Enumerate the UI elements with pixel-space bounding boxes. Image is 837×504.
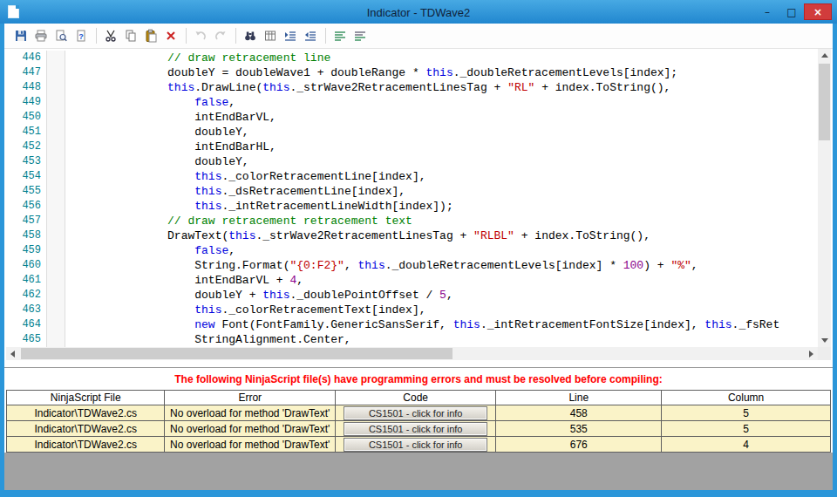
code-line[interactable]: 465 StringAlignment.Center, <box>6 332 818 347</box>
code-line[interactable]: 462 doubleY + this._doublePointOffset / … <box>6 288 818 303</box>
scroll-left-icon <box>10 351 15 358</box>
code-line[interactable]: 454 this._colorRetracementLine[index], <box>6 169 818 184</box>
error-code-cell: CS1501 - click for info <box>336 437 496 453</box>
code-text: this.DrawLine(this._strWave2RetracementL… <box>65 80 670 95</box>
editor-margin <box>46 303 65 317</box>
comment-icon[interactable] <box>330 26 350 45</box>
editor-margin <box>46 80 65 95</box>
title-bar[interactable]: Indicator - TDWave2 – □ × <box>0 0 837 24</box>
code-line[interactable]: 447 doubleY = doubleWave1 + doubleRange … <box>6 65 818 80</box>
copy-icon[interactable] <box>121 26 140 45</box>
minimize-button[interactable]: – <box>755 3 779 20</box>
scroll-up-button[interactable] <box>818 49 831 62</box>
code-line[interactable]: 448 this.DrawLine(this._strWave2Retracem… <box>6 80 818 95</box>
horizontal-scroll-thumb[interactable] <box>21 348 453 359</box>
error-line-cell: 535 <box>496 421 662 437</box>
error-col-header: Code <box>336 391 496 405</box>
code-line[interactable]: 455 this._dsRetracementLine[index], <box>6 184 818 199</box>
code-text: intEndBarHL, <box>65 140 276 154</box>
line-number: 464 <box>6 317 46 332</box>
code-text: this._colorRetracementLine[index], <box>65 169 426 184</box>
line-number: 452 <box>6 140 46 154</box>
redo-icon[interactable] <box>211 26 230 45</box>
code-line[interactable]: 464 new Font(FontFamily.GenericSansSerif… <box>6 317 818 332</box>
code-line[interactable]: 460 String.Format("{0:F2}", this._double… <box>6 258 818 273</box>
editor-toolbar: ? <box>4 24 833 49</box>
paste-icon[interactable] <box>141 26 160 45</box>
error-code-cell: CS1501 - click for info <box>336 421 496 437</box>
code-line[interactable]: 459 false, <box>6 243 818 258</box>
cut-icon[interactable] <box>101 26 120 45</box>
scroll-left-button[interactable] <box>6 347 19 360</box>
code-line[interactable]: 449 false, <box>6 95 818 110</box>
toolbar-separator <box>325 28 326 44</box>
code-text: StringAlignment.Center, <box>65 332 351 347</box>
print-icon[interactable] <box>31 26 51 45</box>
code-line[interactable]: 450 intEndBarVL, <box>6 110 818 125</box>
error-col-header: Line <box>496 391 662 405</box>
window-content: ? 446 // draw retracement line447 double… <box>4 24 833 490</box>
uncomment-icon[interactable] <box>350 26 370 45</box>
vertical-scroll-thumb[interactable] <box>819 64 830 140</box>
editor-margin <box>46 317 65 332</box>
goto-line-icon[interactable] <box>261 26 280 45</box>
maximize-button[interactable]: □ <box>779 3 804 20</box>
line-number: 450 <box>6 110 46 125</box>
line-number: 454 <box>6 169 46 184</box>
save-icon[interactable] <box>11 26 31 45</box>
find-icon[interactable] <box>241 26 260 45</box>
code-line[interactable]: 458 DrawText(this._strWave2RetracementLi… <box>6 228 818 243</box>
code-line[interactable]: 463 this._colorRetracementText[index], <box>6 303 818 317</box>
code-text: false, <box>65 243 235 258</box>
error-row[interactable]: Indicator\TDWave2.csNo overload for meth… <box>7 405 831 421</box>
line-number: 463 <box>6 303 46 317</box>
error-column-cell: 5 <box>662 421 831 437</box>
line-number: 458 <box>6 228 46 243</box>
toolbar-separator <box>186 28 187 44</box>
error-col-header: NinjaScript File <box>7 391 165 405</box>
line-number: 447 <box>6 65 46 80</box>
code-text: doubleY, <box>65 125 249 140</box>
code-line[interactable]: 452 intEndBarHL, <box>6 140 818 154</box>
toolbar-separator <box>235 28 236 44</box>
code-line[interactable]: 453 doubleY, <box>6 154 818 169</box>
outdent-icon[interactable] <box>301 26 320 45</box>
window-border-right <box>833 24 837 497</box>
code-line[interactable]: 446 // draw retracement line <box>6 51 818 65</box>
code-viewport[interactable]: 446 // draw retracement line447 doubleY … <box>6 49 818 347</box>
horizontal-scrollbar[interactable] <box>6 347 818 360</box>
scroll-right-button[interactable] <box>805 347 818 360</box>
code-text: // draw retracement line <box>65 51 330 65</box>
print-preview-icon[interactable] <box>51 26 71 45</box>
editor-margin <box>46 110 65 125</box>
delete-icon[interactable] <box>161 26 180 45</box>
indent-icon[interactable] <box>281 26 300 45</box>
error-code-button[interactable]: CS1501 - click for info <box>344 422 487 436</box>
window-title: Indicator - TDWave2 <box>367 5 471 18</box>
code-line[interactable]: 451 doubleY, <box>6 125 818 140</box>
error-row[interactable]: Indicator\TDWave2.csNo overload for meth… <box>7 421 831 437</box>
error-code-button[interactable]: CS1501 - click for info <box>344 406 487 420</box>
scroll-down-button[interactable] <box>818 334 831 347</box>
error-row[interactable]: Indicator\TDWave2.csNo overload for meth… <box>7 437 831 453</box>
code-line[interactable]: 456 this._intRetracementLineWidth[index]… <box>6 199 818 214</box>
scroll-down-icon <box>821 338 828 343</box>
help-icon[interactable]: ? <box>71 26 91 45</box>
panel-splitter[interactable] <box>4 360 833 367</box>
error-file-cell: Indicator\TDWave2.cs <box>7 437 165 453</box>
editor-margin <box>46 65 65 80</box>
error-code-button[interactable]: CS1501 - click for info <box>344 438 487 452</box>
line-number: 459 <box>6 243 46 258</box>
editor-margin <box>46 228 65 243</box>
code-line[interactable]: 457 // draw retracement retracement text <box>6 214 818 228</box>
vertical-scrollbar[interactable] <box>818 49 831 347</box>
undo-icon[interactable] <box>191 26 210 45</box>
code-text: false, <box>65 95 235 110</box>
code-line[interactable]: 461 intEndBarVL + 4, <box>6 273 818 288</box>
toolbar-separator <box>96 28 97 44</box>
close-button[interactable]: × <box>804 3 832 20</box>
editor-margin <box>46 332 65 347</box>
line-number: 460 <box>6 258 46 273</box>
line-number: 456 <box>6 199 46 214</box>
error-message-cell: No overload for method 'DrawText' <box>165 437 336 453</box>
